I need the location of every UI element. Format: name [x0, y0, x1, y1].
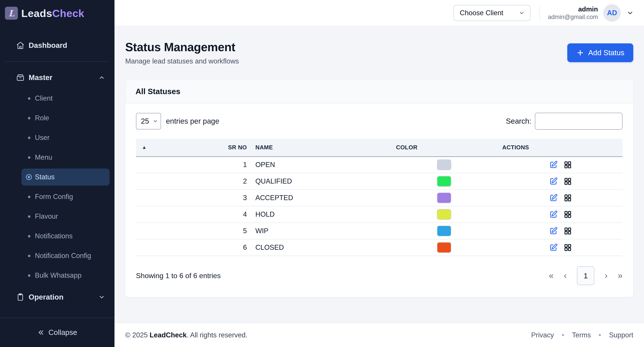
sidebar-item-label: Dashboard	[28, 41, 67, 50]
column-header-color[interactable]: COLOR	[390, 138, 502, 156]
topbar: Choose Client admin admin@gmail.com AD	[114, 0, 644, 26]
dot-separator-icon	[562, 334, 564, 336]
workflow-grid-button[interactable]	[564, 177, 572, 186]
sidebar-item-role[interactable]: Role	[0, 108, 114, 128]
archive-box-icon	[16, 73, 24, 82]
sidebar-item-form-config[interactable]: Form Config	[0, 187, 114, 206]
sidebar-item-status[interactable]: Status	[0, 167, 114, 187]
pagination: « ‹ 1 › »	[549, 266, 622, 285]
edit-status-button[interactable]	[549, 210, 558, 219]
entries-per-page-select[interactable]: 25	[136, 113, 161, 130]
card-header: All Statuses	[125, 80, 633, 103]
pagination-next-button[interactable]: ›	[605, 272, 608, 280]
grid-icon	[564, 160, 572, 169]
sidebar-item-user[interactable]: User	[0, 128, 114, 148]
add-status-button[interactable]: Add Status	[567, 44, 633, 62]
chevron-down-icon	[98, 294, 105, 300]
bullet-icon	[28, 196, 30, 198]
sidebar-group-master[interactable]: Master	[0, 68, 114, 87]
page-footer: © 2025 LeadCheck. All rights reserved. P…	[114, 323, 644, 347]
row-actions-cell	[502, 206, 622, 223]
copyright-prefix: © 2025	[125, 331, 150, 339]
edit-icon	[549, 194, 558, 202]
sidebar-item-label: Flavour	[35, 212, 58, 220]
workflow-grid-button[interactable]	[564, 194, 572, 202]
table-row: 3 ACCEPTED	[136, 190, 622, 206]
table-row: 6 CLOSED	[136, 239, 622, 256]
workflow-grid-button[interactable]	[564, 160, 572, 169]
color-swatch	[437, 209, 451, 220]
edit-icon	[549, 160, 558, 169]
sidebar-item-dashboard[interactable]: Dashboard	[0, 36, 114, 54]
footer-link-support[interactable]: Support	[609, 331, 633, 339]
edit-status-button[interactable]	[549, 243, 558, 252]
row-srno: 1	[158, 156, 247, 173]
collapse-label: Collapse	[48, 328, 77, 337]
row-actions-cell	[502, 156, 622, 173]
sidebar-item-flavour[interactable]: Flavour	[0, 206, 114, 226]
edit-status-button[interactable]	[549, 177, 558, 186]
edit-icon	[549, 243, 558, 252]
brand-name-secondary: Check	[52, 8, 84, 19]
pagination-last-button[interactable]: »	[618, 272, 622, 280]
brand-logo[interactable]: L LeadsCheck	[0, 0, 114, 26]
column-header-srno[interactable]: SR NO	[158, 138, 247, 156]
row-name: ACCEPTED	[247, 190, 390, 206]
sidebar-item-label: Notifications	[35, 232, 73, 240]
copyright-text: © 2025 LeadCheck. All rights reserved.	[125, 331, 248, 339]
pagination-prev-button[interactable]: ‹	[564, 272, 567, 280]
row-name: CLOSED	[247, 239, 390, 256]
main-area: Choose Client admin admin@gmail.com AD S…	[114, 0, 644, 347]
sidebar-item-label: Menu	[35, 154, 52, 162]
sidebar-item-notifications[interactable]: Notifications	[0, 226, 114, 246]
plus-icon	[576, 49, 584, 57]
edit-status-button[interactable]	[549, 227, 558, 235]
user-menu-chevron-icon[interactable]	[626, 10, 634, 16]
page-head-text: Status Management Manage lead statuses a…	[125, 40, 239, 65]
topbar-divider	[539, 6, 540, 20]
avatar-initials: AD	[607, 9, 617, 17]
sidebar-item-bulk-whatsapp[interactable]: Bulk Whatsapp	[0, 266, 114, 285]
dot-separator-icon	[599, 334, 601, 336]
pagination-first-button[interactable]: «	[549, 272, 554, 280]
edit-icon	[549, 210, 558, 219]
pagination-current-page[interactable]: 1	[577, 266, 594, 285]
grid-icon	[564, 177, 572, 186]
brand-logo-icon: L	[5, 7, 18, 20]
row-name: HOLD	[247, 206, 390, 223]
bullet-icon	[28, 215, 30, 218]
footer-link-privacy[interactable]: Privacy	[531, 331, 554, 339]
edit-status-button[interactable]	[549, 160, 558, 169]
color-swatch	[437, 160, 451, 170]
search-input[interactable]	[535, 113, 622, 130]
sort-indicator[interactable]: ▲	[136, 138, 158, 156]
row-color-cell	[390, 156, 502, 173]
row-actions-cell	[502, 223, 622, 239]
workflow-grid-button[interactable]	[564, 227, 572, 235]
workflow-grid-button[interactable]	[564, 243, 572, 252]
color-swatch	[437, 176, 451, 187]
row-actions-cell	[502, 173, 622, 190]
row-color-cell	[390, 239, 502, 256]
workflow-grid-button[interactable]	[564, 210, 572, 219]
target-icon	[25, 173, 33, 181]
sidebar-item-client[interactable]: Client	[0, 88, 114, 108]
footer-links: Privacy Terms Support	[531, 331, 633, 339]
row-color-cell	[390, 206, 502, 223]
table-row: 4 HOLD	[136, 206, 622, 223]
column-header-actions[interactable]: ACTIONS	[502, 138, 622, 156]
sidebar-collapse-button[interactable]: Collapse	[0, 318, 114, 347]
row-name: WIP	[247, 223, 390, 239]
sidebar-item-notification-config[interactable]: Notification Config	[0, 246, 114, 266]
sidebar-group-operation[interactable]: Operation	[0, 288, 114, 306]
choose-client-select[interactable]: Choose Client	[454, 5, 530, 21]
avatar[interactable]: AD	[603, 4, 621, 22]
edit-status-button[interactable]	[549, 194, 558, 202]
sidebar-item-menu[interactable]: Menu	[0, 148, 114, 167]
bullet-icon	[28, 97, 30, 100]
row-name: OPEN	[247, 156, 390, 173]
column-header-name[interactable]: NAME	[247, 138, 390, 156]
page-title: Status Management	[125, 40, 239, 54]
footer-link-terms[interactable]: Terms	[572, 331, 591, 339]
bullet-icon	[28, 235, 30, 238]
